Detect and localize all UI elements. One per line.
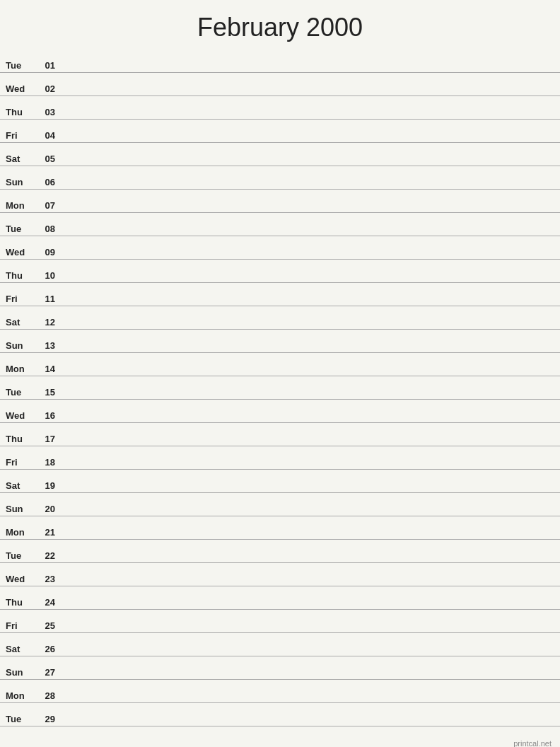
day-row: Wed02 bbox=[0, 73, 560, 96]
day-name: Thu bbox=[6, 270, 35, 281]
day-row: Sat26 bbox=[0, 633, 560, 656]
day-name: Mon bbox=[6, 364, 35, 374]
day-number: 07 bbox=[35, 200, 55, 211]
day-name: Fri bbox=[6, 457, 35, 468]
day-row: Fri04 bbox=[0, 120, 560, 143]
day-number: 25 bbox=[35, 620, 55, 631]
day-number: 04 bbox=[35, 130, 55, 141]
day-name: Wed bbox=[6, 83, 35, 94]
day-line bbox=[61, 210, 554, 211]
day-name: Mon bbox=[6, 527, 35, 538]
day-number: 27 bbox=[35, 667, 55, 678]
day-line bbox=[61, 584, 554, 584]
day-name: Sat bbox=[6, 480, 35, 491]
day-name: Sun bbox=[6, 504, 35, 514]
day-name: Fri bbox=[6, 130, 35, 141]
day-line bbox=[61, 490, 554, 491]
day-line bbox=[61, 140, 554, 141]
day-number: 10 bbox=[35, 270, 55, 281]
day-line bbox=[61, 654, 554, 654]
day-line bbox=[61, 397, 554, 398]
day-number: 01 bbox=[35, 60, 55, 71]
day-name: Tue bbox=[6, 714, 35, 724]
calendar-list: Tue01Wed02Thu03Fri04Sat05Sun06Mon07Tue08… bbox=[0, 50, 560, 747]
footer-text: printcal.net bbox=[513, 739, 552, 747]
day-number: 29 bbox=[35, 714, 55, 724]
day-line bbox=[61, 420, 554, 421]
day-name: Wed bbox=[6, 574, 35, 584]
day-number: 15 bbox=[35, 387, 55, 398]
day-row: Mon28 bbox=[0, 680, 560, 703]
day-name: Mon bbox=[6, 200, 35, 211]
day-row: Sun06 bbox=[0, 166, 560, 190]
day-name: Tue bbox=[6, 387, 35, 398]
day-line bbox=[61, 537, 554, 538]
day-name: Thu bbox=[6, 434, 35, 444]
day-row: Tue29 bbox=[0, 703, 560, 726]
day-line bbox=[61, 560, 554, 561]
day-name: Tue bbox=[6, 60, 35, 71]
day-line bbox=[61, 70, 554, 71]
day-row: Sat05 bbox=[0, 143, 560, 166]
day-number: 28 bbox=[35, 690, 55, 701]
day-row: Thu24 bbox=[0, 586, 560, 610]
day-row: Mon14 bbox=[0, 353, 560, 376]
day-line bbox=[61, 117, 554, 117]
day-row: Sun27 bbox=[0, 656, 560, 680]
day-line bbox=[61, 163, 554, 164]
day-number: 22 bbox=[35, 550, 55, 561]
day-row: Tue08 bbox=[0, 213, 560, 236]
day-name: Wed bbox=[6, 410, 35, 421]
day-name: Sat bbox=[6, 644, 35, 654]
day-row: Fri11 bbox=[0, 283, 560, 306]
day-number: 26 bbox=[35, 644, 55, 654]
day-name: Sat bbox=[6, 154, 35, 164]
day-name: Mon bbox=[6, 690, 35, 701]
day-row: Tue15 bbox=[0, 376, 560, 400]
day-name: Thu bbox=[6, 107, 35, 117]
day-row: Tue01 bbox=[0, 50, 560, 73]
day-row: Fri18 bbox=[0, 446, 560, 470]
day-line bbox=[61, 514, 554, 514]
day-line bbox=[61, 187, 554, 187]
day-number: 03 bbox=[35, 107, 55, 117]
day-name: Fri bbox=[6, 294, 35, 304]
day-number: 16 bbox=[35, 410, 55, 421]
day-name: Tue bbox=[6, 550, 35, 561]
day-line bbox=[61, 700, 554, 701]
day-number: 11 bbox=[35, 294, 55, 304]
day-name: Wed bbox=[6, 247, 35, 257]
day-line bbox=[61, 467, 554, 468]
day-row: Mon07 bbox=[0, 190, 560, 213]
day-line bbox=[61, 303, 554, 304]
day-line bbox=[61, 630, 554, 631]
day-row: Wed09 bbox=[0, 236, 560, 260]
day-number: 05 bbox=[35, 154, 55, 164]
day-name: Sat bbox=[6, 317, 35, 328]
day-number: 24 bbox=[35, 597, 55, 608]
day-line bbox=[61, 93, 554, 94]
day-number: 21 bbox=[35, 527, 55, 538]
day-line bbox=[61, 257, 554, 257]
day-line bbox=[61, 280, 554, 281]
day-line bbox=[61, 677, 554, 678]
day-row: Tue22 bbox=[0, 540, 560, 563]
day-number: 02 bbox=[35, 83, 55, 94]
day-line bbox=[61, 607, 554, 608]
day-number: 18 bbox=[35, 457, 55, 468]
day-name: Thu bbox=[6, 597, 35, 608]
day-line bbox=[61, 350, 554, 351]
day-line bbox=[61, 444, 554, 444]
page-title: February 2000 bbox=[0, 0, 560, 50]
day-name: Fri bbox=[6, 620, 35, 631]
day-row: Sun20 bbox=[0, 493, 560, 516]
day-row: Thu17 bbox=[0, 423, 560, 446]
day-line bbox=[61, 374, 554, 374]
day-name: Tue bbox=[6, 224, 35, 234]
day-row: Wed23 bbox=[0, 563, 560, 586]
day-number: 19 bbox=[35, 480, 55, 491]
day-line bbox=[61, 327, 554, 328]
day-row: Thu03 bbox=[0, 96, 560, 120]
day-name: Sun bbox=[6, 177, 35, 187]
day-number: 14 bbox=[35, 364, 55, 374]
